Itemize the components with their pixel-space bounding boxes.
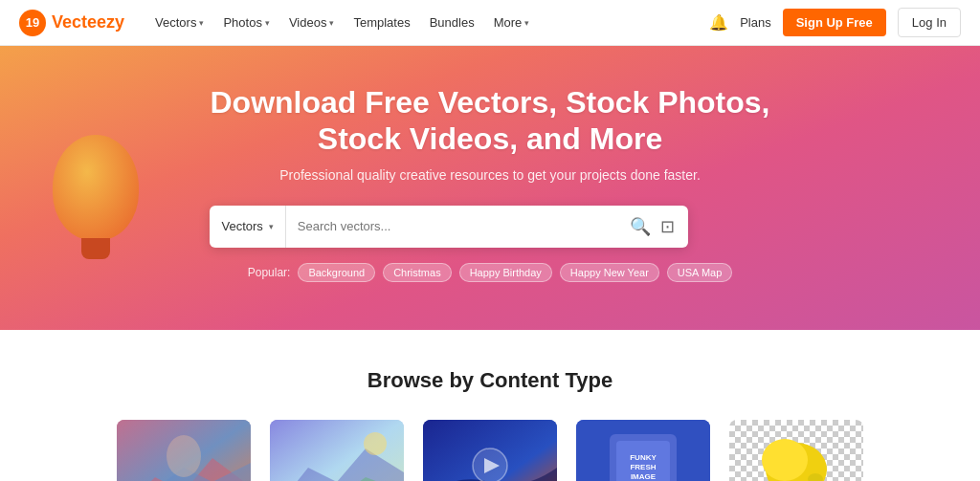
popular-tags: Popular: Background Christmas Happy Birt… bbox=[210, 263, 769, 282]
image-search-button[interactable]: ⊡ bbox=[657, 212, 679, 241]
logo-icon-text: 19 bbox=[26, 15, 39, 30]
browse-item-videos[interactable]: Videos bbox=[423, 420, 557, 481]
pngs-thumbnail-svg bbox=[729, 420, 863, 481]
image-search-icon: ⊡ bbox=[660, 217, 675, 236]
hero-subtitle: Professional quality creative resources … bbox=[210, 167, 769, 183]
browse-thumb-videos bbox=[423, 420, 557, 481]
browse-title: Browse by Content Type bbox=[57, 368, 923, 393]
hero-content: Download Free Vectors, Stock Photos, Sto… bbox=[210, 84, 769, 282]
nav-links: Vectors ▾ Photos ▾ Videos ▾ Templates Bu… bbox=[147, 11, 709, 33]
nav-more[interactable]: More ▾ bbox=[486, 11, 538, 33]
navbar: 19 Vecteezy Vectors ▾ Photos ▾ Videos ▾ … bbox=[0, 0, 980, 46]
chevron-down-icon: ▾ bbox=[269, 222, 274, 231]
popular-label: Popular: bbox=[248, 266, 291, 279]
login-button[interactable]: Log In bbox=[898, 8, 961, 37]
vectors-thumbnail-svg bbox=[117, 420, 251, 481]
browse-thumb-photos bbox=[270, 420, 404, 481]
browse-grid: Vectors Photos bbox=[57, 420, 923, 481]
tag-happy-birthday[interactable]: Happy Birthday bbox=[459, 263, 552, 282]
bundles-thumbnail-svg: FUNKY FRESH IMAGE BUNDLE 10 bbox=[576, 420, 710, 481]
browse-thumb-vectors bbox=[117, 420, 251, 481]
browse-item-photos[interactable]: Photos bbox=[270, 420, 404, 481]
bell-icon[interactable]: 🔔 bbox=[709, 13, 728, 32]
browse-item-bundles[interactable]: FUNKY FRESH IMAGE BUNDLE 10 Bundles bbox=[576, 420, 710, 481]
logo[interactable]: 19 Vecteezy bbox=[19, 10, 124, 36]
search-type-selector[interactable]: Vectors ▾ bbox=[210, 206, 285, 248]
tag-background[interactable]: Background bbox=[298, 263, 375, 282]
nav-vectors[interactable]: Vectors ▾ bbox=[147, 11, 212, 33]
hero-balloon-decoration bbox=[0, 46, 191, 330]
hero-title: Download Free Vectors, Stock Photos, Sto… bbox=[210, 84, 769, 158]
svg-text:IMAGE: IMAGE bbox=[631, 472, 657, 481]
hero-section: Download Free Vectors, Stock Photos, Sto… bbox=[0, 46, 980, 330]
chevron-down-icon: ▾ bbox=[199, 18, 204, 28]
tag-christmas[interactable]: Christmas bbox=[383, 263, 452, 282]
balloon-shape bbox=[53, 135, 139, 240]
svg-text:FRESH: FRESH bbox=[630, 463, 656, 471]
svg-point-6 bbox=[364, 432, 387, 455]
browse-thumb-bundles: FUNKY FRESH IMAGE BUNDLE 10 bbox=[576, 420, 710, 481]
nav-templates[interactable]: Templates bbox=[345, 11, 417, 33]
search-icons: 🔍 ⊡ bbox=[616, 212, 688, 241]
logo-text: Vecteezy bbox=[52, 12, 124, 33]
videos-thumbnail-svg bbox=[423, 420, 557, 481]
nav-photos[interactable]: Photos ▾ bbox=[215, 11, 277, 33]
tag-usa-map[interactable]: USA Map bbox=[667, 263, 732, 282]
browse-section: Browse by Content Type bbox=[0, 330, 980, 481]
logo-icon: 19 bbox=[19, 10, 46, 36]
search-icon: 🔍 bbox=[630, 217, 651, 236]
plans-link[interactable]: Plans bbox=[740, 15, 771, 30]
search-box: Vectors ▾ 🔍 ⊡ bbox=[210, 206, 688, 248]
browse-item-pngs[interactable]: PNGs bbox=[729, 420, 863, 481]
photos-thumbnail-svg bbox=[270, 420, 404, 481]
tag-happy-new-year[interactable]: Happy New Year bbox=[560, 263, 659, 282]
search-type-label: Vectors bbox=[221, 219, 262, 233]
chevron-down-icon: ▾ bbox=[524, 18, 529, 28]
search-button[interactable]: 🔍 bbox=[626, 212, 655, 241]
svg-text:FUNKY: FUNKY bbox=[630, 453, 657, 462]
search-input[interactable] bbox=[286, 206, 617, 248]
nav-bundles[interactable]: Bundles bbox=[422, 11, 482, 33]
signup-button[interactable]: Sign Up Free bbox=[783, 9, 886, 36]
browse-thumb-pngs bbox=[729, 420, 863, 481]
svg-point-3 bbox=[167, 435, 201, 477]
svg-point-25 bbox=[762, 439, 808, 481]
chevron-down-icon: ▾ bbox=[329, 18, 334, 28]
browse-item-vectors[interactable]: Vectors bbox=[117, 420, 251, 481]
nav-right: 🔔 Plans Sign Up Free Log In bbox=[709, 8, 961, 37]
chevron-down-icon: ▾ bbox=[265, 18, 270, 28]
nav-videos[interactable]: Videos ▾ bbox=[281, 11, 343, 33]
